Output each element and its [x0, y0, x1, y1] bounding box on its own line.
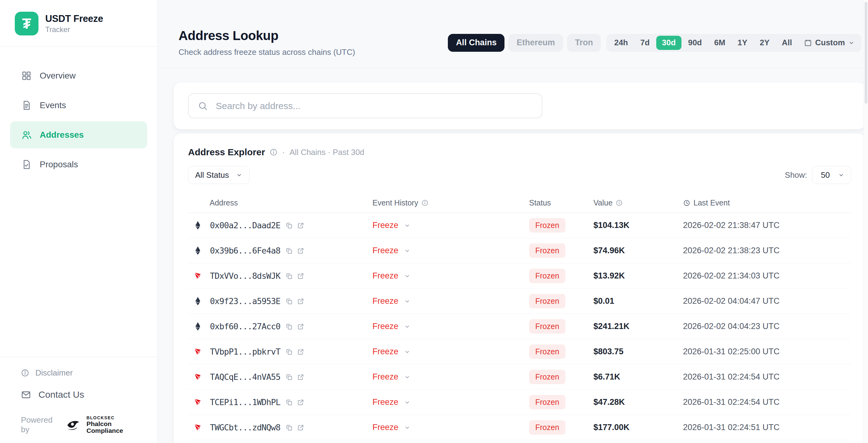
copy-icon[interactable]	[285, 298, 293, 305]
filters: All Chains Ethereum Tron 24h 7d 30d 90d …	[448, 34, 862, 52]
external-link-icon[interactable]	[297, 323, 304, 330]
external-link-icon[interactable]	[297, 272, 304, 280]
chain-filter-all-chains[interactable]: All Chains	[448, 34, 504, 52]
copy-icon[interactable]	[285, 323, 293, 330]
value-cell: $803.75	[593, 347, 683, 356]
copy-icon[interactable]	[285, 247, 293, 255]
info-icon[interactable]	[616, 199, 623, 206]
scrollbar-thumb[interactable]	[865, 2, 867, 104]
sidebar-item-proposals[interactable]: Proposals	[10, 151, 147, 178]
search-input[interactable]	[216, 101, 532, 111]
info-icon[interactable]	[270, 148, 278, 156]
external-link-icon[interactable]	[297, 348, 304, 355]
table-row: TVbpP1...pbkrvT Freeze Frozen $803.75 20…	[188, 339, 851, 364]
last-event-cell: 2026-01-31 02:25:00 UTC	[683, 347, 851, 356]
external-link-icon[interactable]	[297, 247, 304, 255]
show-label: Show:	[785, 170, 807, 180]
chevron-down-icon	[848, 39, 855, 46]
page-header: Address Lookup Check address freeze stat…	[158, 0, 868, 68]
event-history-cell: Freeze	[372, 347, 529, 356]
external-link-icon[interactable]	[297, 222, 304, 229]
status-cell: Frozen	[529, 218, 593, 233]
powered-by[interactable]: Powered by BLOCKSEC Phalcon Compliance	[11, 415, 146, 434]
event-type-label[interactable]: Freeze	[372, 246, 398, 256]
external-link-icon[interactable]	[297, 424, 304, 431]
time-filter-6m[interactable]: 6M	[708, 36, 731, 50]
event-type-label[interactable]: Freeze	[372, 220, 398, 230]
event-type-label[interactable]: Freeze	[372, 397, 398, 407]
ethereum-icon	[194, 246, 202, 255]
table-row: 0x9f23...a5953E Freeze Frozen $0.01 2026…	[188, 289, 851, 314]
tether-logo-icon[interactable]: ₮	[15, 12, 38, 35]
chevron-down-icon[interactable]	[404, 298, 411, 305]
chevron-down-icon	[236, 172, 243, 178]
chevron-down-icon[interactable]	[404, 247, 411, 254]
chevron-down-icon[interactable]	[404, 222, 411, 229]
value-cell: $241.21K	[593, 322, 683, 331]
copy-icon[interactable]	[285, 424, 293, 431]
event-type-label[interactable]: Freeze	[372, 296, 398, 306]
time-filter-7d[interactable]: 7d	[634, 36, 655, 50]
table-body: 0x00a2...Daad2E Freeze Frozen $104.13K 2…	[174, 213, 866, 440]
event-type-label[interactable]: Freeze	[372, 271, 398, 280]
chevron-down-icon[interactable]	[404, 348, 411, 355]
chain-filter-ethereum[interactable]: Ethereum	[508, 34, 563, 52]
time-filter-1y[interactable]: 1Y	[732, 36, 753, 50]
sidebar-item-label: Events	[40, 100, 66, 110]
tron-icon	[194, 348, 202, 356]
blocksec-brand-line1: BLOCKSEC	[87, 416, 146, 420]
time-filter-30d[interactable]: 30d	[656, 36, 682, 50]
external-link-icon[interactable]	[297, 298, 304, 305]
sidebar: ₮ USDT Freeze Tracker Overview Events	[0, 0, 158, 443]
event-type-label[interactable]: Freeze	[372, 372, 398, 382]
app-title: USDT Freeze	[45, 13, 103, 24]
app-root: ₮ USDT Freeze Tracker Overview Events	[0, 0, 868, 443]
chevron-down-icon[interactable]	[404, 424, 411, 431]
external-link-icon[interactable]	[297, 373, 304, 381]
value-cell: $74.96K	[593, 246, 683, 256]
page-size-select[interactable]: 50	[812, 166, 851, 184]
info-icon[interactable]	[422, 199, 429, 206]
event-type-label[interactable]: Freeze	[372, 322, 398, 331]
ethereum-icon	[194, 221, 202, 230]
chevron-down-icon[interactable]	[404, 273, 411, 279]
time-filter-90d[interactable]: 90d	[682, 36, 708, 50]
sidebar-item-addresses[interactable]: Addresses	[10, 121, 147, 148]
chevron-down-icon[interactable]	[404, 323, 411, 330]
time-filter-2y[interactable]: 2Y	[754, 36, 775, 50]
sidebar-item-overview[interactable]: Overview	[10, 62, 147, 89]
address-text: TCEPi1...1WDhPL	[210, 397, 280, 407]
copy-icon[interactable]	[285, 272, 293, 280]
event-type-label[interactable]: Freeze	[372, 423, 398, 432]
copy-icon[interactable]	[285, 373, 293, 381]
status-filter-select[interactable]: All Status	[188, 166, 250, 184]
disclaimer-link[interactable]: Disclaimer	[11, 363, 146, 383]
copy-icon[interactable]	[285, 348, 293, 355]
copy-icon[interactable]	[285, 398, 293, 406]
status-filter-value: All Status	[195, 170, 229, 180]
custom-date-range-button[interactable]: Custom	[799, 36, 860, 50]
sidebar-item-events[interactable]: Events	[10, 92, 147, 119]
status-badge: Frozen	[529, 294, 565, 308]
column-header-address: Address	[188, 198, 372, 207]
contact-us-link[interactable]: Contact Us	[11, 383, 146, 407]
last-event-cell: 2026-02-02 21:34:03 UTC	[683, 271, 851, 280]
time-filter-24h[interactable]: 24h	[608, 36, 634, 50]
page-size-value: 50	[821, 170, 830, 180]
column-header-status: Status	[529, 198, 593, 207]
tron-icon	[194, 272, 202, 280]
value-cell: $13.92K	[593, 271, 683, 280]
copy-icon[interactable]	[285, 222, 293, 229]
search-box[interactable]	[188, 93, 542, 118]
chain-filter-tron[interactable]: Tron	[567, 34, 601, 52]
event-type-label[interactable]: Freeze	[372, 347, 398, 356]
time-filter-all[interactable]: All	[776, 36, 798, 50]
mail-icon	[21, 390, 31, 400]
status-cell: Frozen	[529, 370, 593, 384]
chevron-down-icon[interactable]	[404, 399, 411, 406]
time-filter-group: 24h 7d 30d 90d 6M 1Y 2Y All Custom	[607, 34, 862, 52]
scrollbar[interactable]	[863, 0, 868, 443]
external-link-icon[interactable]	[297, 398, 304, 406]
brand: ₮ USDT Freeze Tracker	[0, 0, 157, 47]
chevron-down-icon[interactable]	[404, 374, 411, 381]
